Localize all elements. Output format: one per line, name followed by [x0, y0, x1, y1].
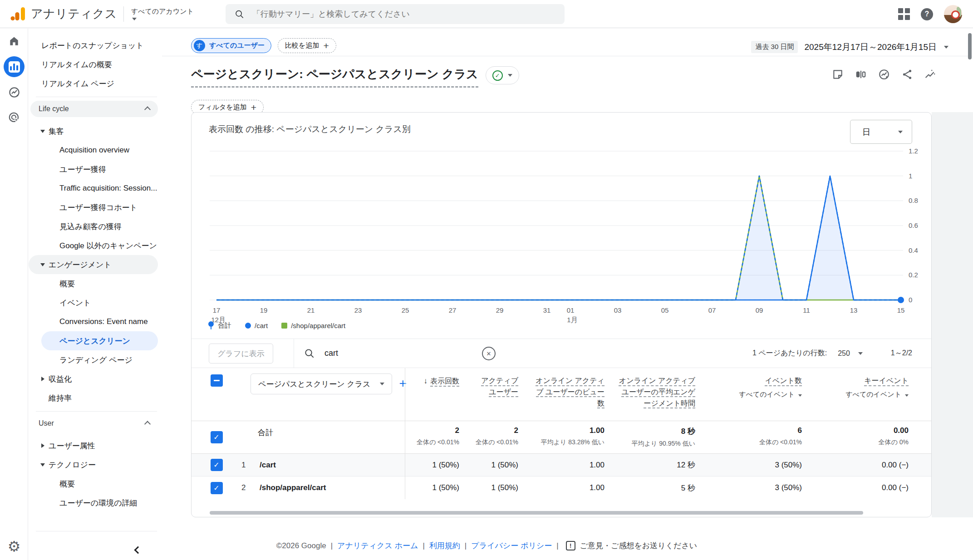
column-header-views-per-user[interactable]: オンライン アクティブ ユーザーのビュー数 [532, 368, 618, 421]
circle-swatch-icon [245, 323, 251, 329]
event-filter-select[interactable]: すべてのイベント [709, 389, 802, 399]
legend-item-cart[interactable]: /cart [245, 322, 268, 329]
column-header-event-count[interactable]: イベント数 すべてのイベント [709, 368, 816, 421]
table-row[interactable]: ✓ 2/shop/apparel/cart 1 (50%) 1 (50%) 1.… [192, 476, 931, 499]
table-row[interactable]: ✓ 1/cart 1 (50%) 1 (50%) 1.00 12 秒 3 (50… [192, 454, 931, 476]
sidebar-bottom [29, 531, 162, 560]
sidebar-item-pages-and-screens[interactable]: ページとスクリーン [41, 331, 158, 350]
line-chart[interactable]: 00.20.40.60.811.21712月19212325272931011月… [201, 147, 927, 324]
column-header-views[interactable]: ↓表示回数 [405, 368, 473, 421]
share-icon[interactable] [901, 69, 913, 80]
legend-item-total[interactable]: 合計 [208, 321, 231, 330]
svg-text:27: 27 [449, 306, 457, 314]
apps-grid-icon[interactable] [898, 8, 910, 20]
row-checkbox[interactable]: ✓ [211, 482, 223, 494]
help-icon[interactable]: ? [921, 8, 933, 20]
sidebar-item-events[interactable]: イベント [29, 293, 162, 312]
group-acquisition[interactable]: 集客 [29, 122, 162, 141]
audience-chip-icon: す [194, 40, 205, 51]
add-comparison-button[interactable]: 比較を追加 + [278, 38, 336, 53]
horizontal-scrollbar[interactable] [210, 511, 863, 515]
date-range-picker[interactable]: 過去 30 日間 2025年12月17日～2026年1月15日 [751, 41, 948, 53]
advertising-nav-icon[interactable] [0, 105, 28, 130]
column-header-key-events[interactable]: キーイベント すべてのイベント [816, 368, 931, 421]
memo-icon[interactable] [832, 69, 844, 80]
settings-gear-icon[interactable]: ⚙ [0, 539, 28, 554]
report-status-badge[interactable]: ✓ [486, 66, 519, 84]
table-search-input[interactable] [324, 349, 461, 358]
trend-insights-icon[interactable] [924, 69, 936, 80]
caret-down-icon [40, 263, 45, 266]
page-title[interactable]: ページとスクリーン: ページパスとスクリーン クラス [191, 66, 478, 88]
svg-text:31: 31 [543, 306, 551, 314]
footer-link-privacy[interactable]: プライバシー ポリシー [471, 540, 552, 551]
sidebar-item-snapshot[interactable]: レポートのスナップショット [29, 36, 162, 55]
date-range-value: 2025年12月17日～2026年1月15日 [804, 41, 937, 53]
analytics-app: アナリティクス すべてのアカウント ? [0, 0, 973, 560]
footer-link-terms[interactable]: 利用規約 [429, 540, 460, 551]
sidebar-item-non-google-campaigns[interactable]: Google 以外のキャンペーン [29, 236, 162, 255]
insights-icon[interactable] [878, 69, 890, 80]
sidebar-item-tech-details[interactable]: ユーザーの環境の詳細 [29, 493, 162, 512]
vertical-scrollbar[interactable] [968, 33, 972, 59]
sidebar-item-tech-overview[interactable]: 概要 [29, 474, 162, 493]
caret-down-icon [40, 130, 45, 133]
table-search[interactable] [304, 339, 461, 368]
row-checkbox[interactable]: ✓ [211, 459, 223, 471]
date-range-label: 過去 30 日間 [751, 41, 798, 53]
chevron-down-icon [380, 383, 384, 385]
legend-item-shop-apparel-cart[interactable]: /shop/apparel/cart [281, 322, 345, 329]
column-header-active-users[interactable]: アクティブ ユーザー [473, 368, 532, 421]
sidebar-item-lead-acquisition[interactable]: 見込み顧客の獲得 [29, 217, 162, 236]
key-event-filter-select[interactable]: すべてのイベント [816, 389, 909, 399]
sidebar-item-user-acquisition[interactable]: ユーザー獲得 [29, 160, 162, 179]
sidebar-item-landing-pages[interactable]: ランディング ページ [29, 350, 162, 369]
global-search[interactable] [226, 4, 565, 24]
footer-link-analytics-home[interactable]: アナリティクス ホーム [337, 540, 418, 551]
sidebar-item-retention[interactable]: 維持率 [29, 388, 162, 408]
divider [123, 6, 124, 22]
interval-select[interactable]: 日 [850, 120, 912, 144]
ab-compare-icon[interactable] [855, 69, 867, 80]
column-header-avg-engagement-time[interactable]: オンライン アクティブ ユーザーの平均エンゲージメント時間 [618, 368, 709, 421]
svg-text:0.2: 0.2 [909, 271, 918, 279]
search-input[interactable] [252, 10, 555, 19]
reports-nav-icon[interactable] [0, 54, 28, 79]
audience-chip[interactable]: す すべてのユーザー [191, 38, 271, 53]
feedback-link[interactable]: ご意見・ご感想をお送りください [580, 540, 698, 551]
svg-text:01: 01 [567, 306, 575, 314]
rows-per-page-value[interactable]: 250 [838, 349, 850, 358]
report-actions [832, 69, 936, 80]
group-user-attributes[interactable]: ユーザー属性 [29, 436, 162, 455]
group-technology[interactable]: テクノロジー [29, 455, 162, 474]
select-all-checkbox[interactable] [211, 374, 223, 387]
group-engagement[interactable]: エンゲージメント [29, 255, 158, 274]
plot-on-chart-button[interactable]: グラフに表示 [209, 344, 273, 364]
chevron-down-icon[interactable] [858, 352, 863, 355]
sidebar-item-acquisition-overview[interactable]: Acquisition overview [29, 141, 162, 160]
sidebar-item-traffic-acquisition[interactable]: Traffic acquisition: Session... [29, 179, 162, 198]
svg-text:0.8: 0.8 [909, 196, 918, 204]
chart-title: 表示回数 の推移: ページパスとスクリーン クラス別 [209, 123, 411, 135]
account-selector[interactable]: すべてのアカウント [131, 7, 194, 20]
section-life-cycle[interactable]: Life cycle [30, 101, 158, 117]
svg-text:09: 09 [756, 306, 763, 314]
sidebar-item-realtime-pages[interactable]: リアルタイム ページ [29, 74, 162, 93]
explore-nav-icon[interactable] [0, 79, 28, 105]
avatar[interactable] [944, 5, 962, 23]
home-nav-icon[interactable] [0, 29, 28, 54]
svg-text:03: 03 [614, 306, 622, 314]
dimension-selector[interactable]: ページパスとスクリーン クラス [251, 373, 392, 394]
sidebar-item-user-acquisition-cohort[interactable]: ユーザー獲得コホート [29, 198, 162, 217]
clear-search-icon[interactable]: ✕ [482, 347, 496, 360]
sidebar-item-realtime-overview[interactable]: リアルタイムの概要 [29, 55, 162, 74]
analytics-logo-icon[interactable] [9, 5, 27, 23]
page-title-row: ページとスクリーン: ページパスとスクリーン クラス ✓ [191, 66, 519, 88]
group-monetization[interactable]: 収益化 [29, 369, 162, 388]
section-user[interactable]: User [30, 415, 158, 432]
sidebar-item-conversions[interactable]: Conversions: Event name [29, 312, 162, 331]
totals-checkbox[interactable]: ✓ [211, 431, 223, 443]
sidebar-item-engagement-overview[interactable]: 概要 [29, 274, 162, 293]
divider [36, 97, 157, 97]
pagination-controls: 1 ページあたりの行数: 250 1～2/2 [752, 339, 912, 368]
